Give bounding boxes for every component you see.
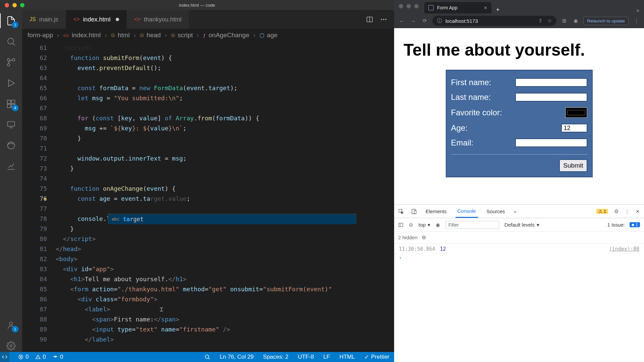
console-settings-icon[interactable]: ⚙ (422, 235, 426, 241)
breadcrumb[interactable]: form-app › <>index.html › ⦾html › ⦾head … (22, 29, 394, 42)
profile-icon[interactable]: ◉ (572, 18, 579, 24)
status-warnings[interactable]: 0 (35, 354, 46, 360)
log-source[interactable]: (index):80 (609, 246, 639, 252)
tab-index-html[interactable]: <> index.html (66, 10, 127, 29)
status-bar: 0 0 0 Ln 76, Col 29 Spaces: 2 UTF-8 LF H… (0, 352, 394, 362)
edge-icon[interactable] (5, 139, 17, 152)
devtools-tabs: Elements Console Sources » ⚠ 1 ⚙ ⋮ ✕ (394, 205, 644, 218)
text-cursor-icon: ⌶ (160, 304, 163, 314)
live-expression-icon[interactable]: ◉ (436, 222, 440, 228)
console-prompt[interactable]: › (394, 253, 644, 262)
tab-sources[interactable]: Sources (485, 205, 507, 218)
color-input[interactable] (565, 107, 587, 118)
settings-gear-icon[interactable] (5, 340, 17, 352)
expand-tabs-icon[interactable]: » (636, 7, 644, 13)
editor-actions (366, 10, 394, 29)
html-file-icon: <> (134, 16, 141, 22)
row-color: Favorite color: (451, 105, 587, 121)
svg-rect-21 (414, 210, 416, 214)
tab-label: thankyou.html (144, 16, 181, 23)
close-window-icon[interactable] (5, 3, 9, 7)
levels-select[interactable]: Default levels ▾ (504, 222, 539, 228)
more-tabs-icon[interactable]: » (514, 208, 517, 214)
close-window-icon[interactable] (399, 4, 403, 8)
clear-console-icon[interactable]: ⊘ (409, 222, 413, 228)
code-content[interactable]: <script> function submitForm(event) { ev… (56, 42, 394, 352)
code-editor[interactable]: 6162636465666768697071727374757677787980… (22, 42, 394, 352)
crumb-var: ▢age (260, 32, 278, 39)
js-file-icon: JS (30, 16, 36, 22)
remote-icon[interactable] (5, 119, 17, 131)
status-formatter[interactable]: ✓ Prettier (364, 354, 389, 361)
minimize-window-icon[interactable] (407, 4, 411, 8)
chart-icon[interactable] (5, 160, 17, 172)
browser-tab[interactable]: Form App ✕ (424, 2, 491, 13)
age-input[interactable] (561, 124, 587, 132)
source-control-icon[interactable] (5, 56, 17, 68)
log-row[interactable]: 11:30:50.864 12 (index):80 (394, 245, 644, 253)
email-input[interactable] (515, 138, 587, 147)
new-tab-button[interactable]: + (491, 6, 504, 13)
fullscreen-window-icon[interactable] (20, 3, 24, 7)
update-button[interactable]: Relaunch to update (583, 17, 629, 25)
more-actions-icon[interactable] (380, 16, 387, 23)
inspect-icon[interactable] (398, 208, 404, 215)
status-encoding[interactable]: UTF-8 (298, 354, 314, 360)
status-lang[interactable]: HTML (339, 354, 355, 360)
forward-icon[interactable]: → (410, 18, 417, 24)
status-errors[interactable]: 0 (18, 354, 29, 360)
zoom-icon[interactable] (204, 354, 210, 360)
device-toggle-icon[interactable] (411, 208, 417, 215)
warning-badge[interactable]: ⚠ 1 (596, 209, 608, 214)
bookmark-icon[interactable]: ☆ (547, 18, 552, 24)
context-select[interactable]: top ▾ (419, 222, 430, 228)
split-editor-icon[interactable] (366, 16, 373, 23)
svg-rect-6 (7, 104, 11, 108)
fullscreen-window-icon[interactable] (414, 4, 419, 8)
explorer-icon[interactable]: 1 (5, 15, 17, 27)
search-icon[interactable] (5, 36, 17, 48)
tab-thankyou-html[interactable]: <> thankyou.html (127, 10, 189, 29)
minimize-window-icon[interactable] (12, 3, 17, 7)
status-spaces[interactable]: Spaces: 2 (263, 354, 288, 360)
share-icon[interactable]: ⇪ (538, 18, 543, 24)
row-email: Email: (451, 135, 587, 150)
address-bar[interactable]: ⓘ localhost:5173 ⇪ ☆ (432, 16, 556, 26)
devtools-menu-icon[interactable]: ⋮ (625, 208, 630, 215)
svg-point-0 (8, 38, 14, 44)
menu-icon[interactable]: ⋮ (633, 18, 640, 24)
tab-label: main.js (39, 16, 58, 23)
browser-window: Form App ✕ + » ← → ⟳ ⓘ localhost:5173 ⇪ … (394, 0, 644, 362)
status-cursor[interactable]: Ln 76, Col 29 (220, 354, 254, 360)
extensions-icon[interactable]: 4 (5, 98, 17, 110)
tab-elements[interactable]: Elements (424, 205, 449, 218)
devtools-close-icon[interactable]: ✕ (636, 208, 640, 215)
autocomplete-popup[interactable]: abctarget (108, 214, 356, 224)
site-info-icon[interactable]: ⓘ (437, 18, 442, 24)
devtools-settings-icon[interactable]: ⚙ (614, 208, 619, 215)
lastname-input[interactable] (515, 93, 587, 102)
svg-rect-5 (11, 100, 15, 104)
browser-tabstrip: Form App ✕ + » (394, 0, 644, 13)
account-icon[interactable]: 1 (5, 319, 17, 331)
tab-main-js[interactable]: JS main.js (22, 10, 66, 29)
remote-indicator-icon[interactable] (0, 352, 9, 362)
vscode-window: index.html — code 1 4 (0, 0, 394, 362)
tab-console[interactable]: Console (455, 205, 478, 218)
log-timestamp: 11:30:50.864 (399, 246, 435, 252)
status-eol[interactable]: LF (323, 354, 330, 360)
back-icon[interactable]: ← (398, 18, 406, 24)
activity-bar: 1 4 (0, 10, 22, 352)
console-sidebar-icon[interactable] (398, 222, 404, 228)
lastname-label: Last name: (451, 93, 491, 102)
close-tab-icon[interactable]: ✕ (484, 5, 487, 10)
filter-input[interactable]: Filter (445, 221, 499, 229)
crumb-fn: ƒonAgeChange (203, 32, 249, 39)
submit-button[interactable]: Submit (559, 159, 587, 172)
run-debug-icon[interactable] (5, 77, 17, 89)
reload-icon[interactable]: ⟳ (421, 18, 428, 24)
extensions-puzzle-icon[interactable]: ⊞ (560, 18, 568, 24)
firstname-input[interactable] (515, 78, 587, 87)
issue-badge[interactable]: ■ 1 (630, 222, 640, 227)
status-ports[interactable]: 0 (53, 354, 63, 360)
